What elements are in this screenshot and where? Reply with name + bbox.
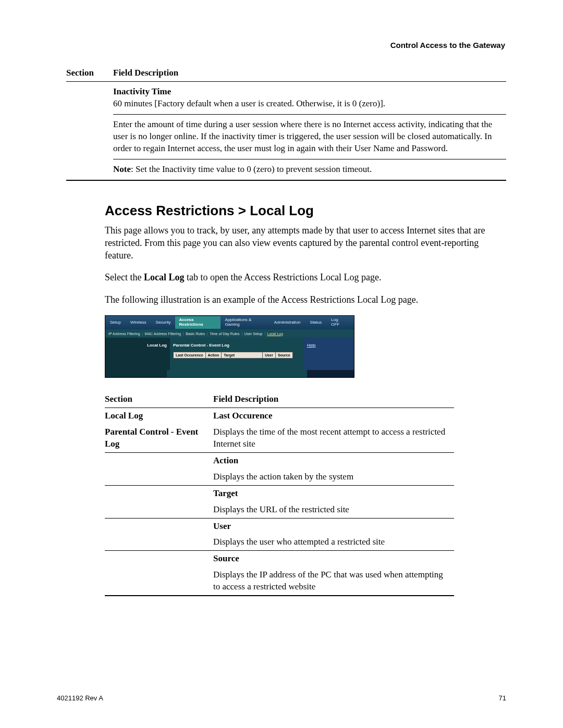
inactivity-time-text: 60 minutes [Factory default when a user … — [113, 98, 385, 108]
tab-security[interactable]: Security — [151, 320, 176, 325]
tab-status[interactable]: Status — [305, 320, 327, 325]
tbl1-h-section: Section — [66, 67, 113, 81]
inactivity-table: Section Field Description Inactivity Tim… — [66, 67, 506, 181]
tab-access-restrictions[interactable]: Access Restrictions — [175, 316, 220, 329]
router-main-tabs: Setup Wireless Security Access Restricti… — [105, 316, 354, 329]
router-screenshot: Setup Wireless Security Access Restricti… — [105, 315, 354, 378]
tbl2-section-l2: Parental Control - Event Log — [105, 424, 213, 452]
tab-wireless[interactable]: Wireless — [126, 320, 151, 325]
tab-setup[interactable]: Setup — [105, 320, 126, 325]
router-event-table: Last Occurence Action Target User Source — [173, 352, 293, 359]
tbl2-r1-t: Displays the action taken by the system — [213, 469, 454, 485]
tbl2-r4-t: Displays the IP address of the PC that w… — [213, 567, 454, 596]
note-label: Note — [113, 164, 131, 174]
subtab-tod-rules[interactable]: Time of Day Rules — [207, 332, 242, 336]
tbl2-r2-h: Target — [213, 485, 454, 501]
tbl2-r3-t: Displays the user who attempted a restri… — [213, 534, 454, 550]
footer-pagenum: 71 — [499, 694, 506, 702]
subtab-mac-filtering[interactable]: MAC Address Filtering — [143, 332, 184, 336]
subtab-user-setup[interactable]: User Setup — [242, 332, 265, 336]
router-side-label: Local Log — [105, 338, 170, 370]
page-header: Control Access to the Gateway — [66, 41, 506, 50]
tbl1-h-fd: Field Description — [113, 67, 506, 81]
tab-logoff[interactable]: Log OFF — [326, 318, 354, 327]
tbl2-r2-t: Displays the URL of the restricted site — [213, 502, 454, 518]
router-panel-title: Parental Control - Event Log — [173, 343, 301, 348]
tab-administration[interactable]: Administration — [270, 320, 305, 325]
col-user: User — [263, 352, 276, 359]
col-last-occurence: Last Occurence — [174, 352, 206, 359]
tab-applications[interactable]: Applications & Gaming — [221, 318, 270, 327]
col-source: Source — [275, 352, 292, 359]
local-log-table: Section Field Description Local Log Last… — [105, 393, 454, 596]
intro-paragraph-1: This page allows you to track, by user, … — [105, 224, 506, 262]
tbl2-r0-t: Displays the time of the most recent att… — [213, 424, 454, 452]
footer-docnum: 4021192 Rev A — [57, 694, 103, 702]
router-subtabs: IP Address Filtering MAC Address Filteri… — [105, 329, 354, 338]
tbl1-row3: Note: Set the Inactivity time value to 0… — [113, 159, 506, 180]
tbl2-section-l1: Local Log — [105, 408, 213, 424]
tbl2-r4-h: Source — [213, 551, 454, 567]
section-heading: Access Restrictions > Local Log — [105, 203, 506, 219]
intro-paragraph-3: The following illustration is an example… — [105, 293, 506, 306]
note-text: : Set the Inactivity time value to 0 (ze… — [131, 164, 372, 174]
tbl2-r3-h: User — [213, 518, 454, 534]
inactivity-time-label: Inactivity Time — [113, 87, 171, 96]
tbl2-r1-h: Action — [213, 452, 454, 468]
subtab-basic-rules[interactable]: Basic Rules — [183, 332, 207, 336]
router-help-link[interactable]: Help — [304, 338, 354, 370]
tbl2-h-section: Section — [105, 393, 213, 408]
col-action: Action — [205, 352, 222, 359]
tbl1-row2: Enter the amount of time during a user s… — [113, 114, 506, 159]
subtab-ip-filtering[interactable]: IP Address Filtering — [106, 332, 143, 336]
subtab-local-log[interactable]: Local Log — [265, 332, 285, 336]
tbl1-row1: Inactivity Time 60 minutes [Factory defa… — [113, 81, 506, 114]
tbl2-r0-h: Last Occurence — [213, 408, 454, 424]
col-target: Target — [222, 352, 263, 359]
tbl2-h-fd: Field Description — [213, 393, 454, 408]
intro-paragraph-2: Select the Local Log tab to open the Acc… — [105, 271, 506, 283]
